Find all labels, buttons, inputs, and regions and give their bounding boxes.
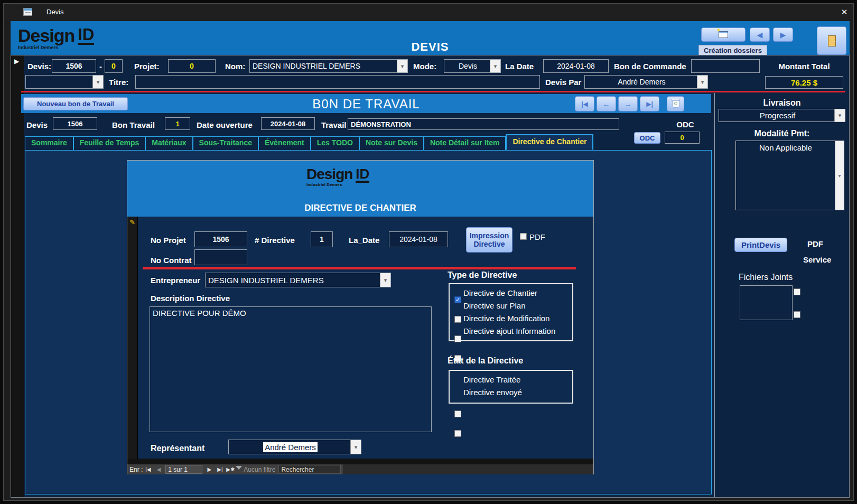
- odc-field[interactable]: 0: [665, 132, 700, 144]
- empty-combo[interactable]: ▾: [25, 75, 104, 89]
- nouveau-bon-travail-button[interactable]: Nouveau bon de Travail: [23, 97, 128, 110]
- type-ajout-label: Directive ajout Information: [463, 326, 555, 335]
- sidebar-pdf-label: PDF: [807, 239, 823, 248]
- impression-directive-button[interactable]: Impression Directive: [466, 227, 513, 253]
- record-selector-strip[interactable]: [11, 55, 24, 497]
- la-date-field[interactable]: 2024-01-08: [543, 59, 609, 73]
- etat-envoye-label: Directive envoyé: [463, 388, 522, 397]
- entrepreneur-combo[interactable]: DESIGN INDUSTRIEL DEMERS ▾: [205, 273, 391, 287]
- wo-prev-button[interactable]: ←: [597, 96, 616, 111]
- close-icon[interactable]: ✕: [832, 4, 857, 20]
- tab-materiaux[interactable]: Matériaux: [145, 136, 192, 151]
- sidebar-pdf-checkbox[interactable]: [794, 288, 800, 295]
- tab-directive-de-chantier[interactable]: Directive de Chantier: [506, 134, 593, 151]
- record-prev-button[interactable]: ◀: [750, 27, 770, 42]
- modalite-listbox[interactable]: Non Applicable ▾: [735, 141, 844, 210]
- directive-record-selector[interactable]: [127, 217, 138, 459]
- directive-title: DIRECTIVE DE CHANTIER: [127, 203, 593, 213]
- etat-envoye-checkbox[interactable]: [454, 430, 461, 437]
- type-plan-checkbox[interactable]: [454, 316, 461, 323]
- listbox-scrollbar[interactable]: ▾: [835, 141, 844, 210]
- tab-sommaire[interactable]: Sommaire: [25, 136, 73, 151]
- print-devis-button[interactable]: PrintDevis: [734, 238, 787, 252]
- nom-combo[interactable]: DESIGN INDUSTRIEL DEMERS ▾: [249, 59, 408, 73]
- no-contrat-field[interactable]: [194, 249, 247, 265]
- no-directive-field[interactable]: 1: [311, 231, 333, 247]
- search-input[interactable]: Rechercher: [278, 465, 341, 474]
- record-next-button[interactable]: ▶: [773, 27, 793, 42]
- wo-next-button[interactable]: →: [618, 96, 638, 111]
- chevron-down-icon[interactable]: ▾: [490, 60, 500, 72]
- new-record-icon[interactable]: ▶✱: [225, 466, 236, 472]
- type-modification-label: Directive de Modification: [463, 314, 549, 323]
- record-position[interactable]: 1 sur 1: [165, 465, 202, 474]
- tab-note-detail-sur-item[interactable]: Note Détail sur Item: [424, 136, 506, 151]
- etat-traitee-checkbox[interactable]: [454, 410, 461, 417]
- odc-button[interactable]: ODC: [634, 132, 660, 144]
- type-modification-checkbox[interactable]: [454, 335, 461, 342]
- window-title: Devis: [46, 8, 64, 16]
- chevron-down-icon[interactable]: ▾: [350, 440, 361, 454]
- titre-field[interactable]: [135, 75, 540, 89]
- no-contrat-label: No Contrat: [151, 256, 192, 265]
- description-textarea[interactable]: DIRECTIVE POUR DÉMO: [150, 306, 432, 432]
- wo-date-ouverture-field[interactable]: 2024-01-08: [261, 117, 315, 130]
- tab-feuille-de-temps[interactable]: Feuille de Temps: [73, 136, 146, 151]
- modalite-value[interactable]: Non Applicable: [736, 143, 844, 152]
- devis-sep: -: [99, 62, 102, 71]
- wo-bon-travail-field[interactable]: 1: [165, 117, 190, 130]
- edit-pencil-icon: ✎: [129, 218, 135, 226]
- directive-date-label: La_Date: [349, 236, 379, 245]
- directive-logo: Design Industriel Demers ID: [306, 167, 369, 187]
- projet-field[interactable]: 0: [168, 59, 216, 73]
- exit-door-icon: [828, 35, 836, 46]
- montant-total-field: 76.25 $: [765, 76, 843, 89]
- wo-last-button[interactable]: ▶|: [640, 96, 659, 111]
- devis-no-field[interactable]: 1506: [52, 59, 96, 73]
- livraison-combo[interactable]: Progressif ▾: [719, 109, 845, 122]
- fichiers-joints-box[interactable]: [740, 285, 793, 320]
- red-divider: [21, 91, 845, 92]
- representant-combo[interactable]: André Demers ▾: [228, 440, 361, 454]
- directive-pdf-checkbox[interactable]: [520, 233, 527, 240]
- logo-id: ID: [356, 167, 369, 183]
- livraison-label: Livraison: [719, 98, 845, 108]
- devis-rev-field[interactable]: 0: [105, 59, 123, 73]
- sidebar-service-checkbox[interactable]: [794, 311, 800, 318]
- wo-devis-field[interactable]: 1506: [53, 117, 97, 130]
- filter-status[interactable]: Aucun filtre: [244, 466, 275, 473]
- record-navigation-bar: Enr : |◀ ◀ 1 sur 1 ▶ ▶| ▶✱ Aucun filtre …: [127, 464, 593, 474]
- first-record-icon[interactable]: |◀: [143, 466, 153, 472]
- next-record-icon[interactable]: ▶: [204, 466, 215, 472]
- tab-strip: Sommaire Feuille de Temps Matériaux Sous…: [25, 136, 593, 151]
- chevron-down-icon[interactable]: ▾: [92, 76, 103, 88]
- no-projet-field[interactable]: 1506: [194, 231, 247, 247]
- tab-note-sur-devis[interactable]: Note sur Devis: [359, 136, 424, 151]
- new-record-icon: [719, 31, 728, 38]
- chevron-down-icon[interactable]: ▾: [834, 109, 845, 122]
- new-dossier-button[interactable]: [701, 27, 746, 42]
- wo-travail-field[interactable]: DÉMONSTRATION: [348, 118, 619, 130]
- wo-first-button[interactable]: |◀: [575, 96, 594, 111]
- last-record-icon[interactable]: ▶|: [215, 466, 225, 472]
- titre-label: Titre:: [109, 78, 128, 87]
- type-chantier-checkbox[interactable]: [454, 296, 461, 303]
- directive-date-field[interactable]: 2024-01-08: [389, 231, 448, 247]
- bon-commande-label: Bon de Commande: [614, 62, 686, 71]
- chevron-down-icon[interactable]: ▾: [397, 60, 407, 72]
- trash-icon: [672, 100, 679, 108]
- etat-traitee-label: Directive Traitée: [463, 375, 520, 384]
- mode-combo[interactable]: Devis ▾: [444, 59, 501, 73]
- tab-sous-traitance[interactable]: Sous-Traitance: [193, 136, 258, 151]
- tab-les-todo[interactable]: Les TODO: [311, 136, 359, 151]
- chevron-down-icon[interactable]: ▾: [380, 273, 390, 287]
- creation-dossiers-button[interactable]: Création dossiers: [698, 45, 767, 55]
- chevron-down-icon[interactable]: ▾: [697, 76, 707, 88]
- tab-evenement[interactable]: Évènement: [258, 136, 311, 151]
- wo-delete-button[interactable]: [667, 96, 684, 111]
- devis-label: Devis:: [27, 62, 51, 71]
- exit-button[interactable]: [817, 26, 846, 55]
- devis-par-combo[interactable]: André Demers ▾: [584, 75, 708, 89]
- bon-commande-field[interactable]: [691, 59, 760, 73]
- previous-record-icon[interactable]: ◀: [153, 466, 164, 472]
